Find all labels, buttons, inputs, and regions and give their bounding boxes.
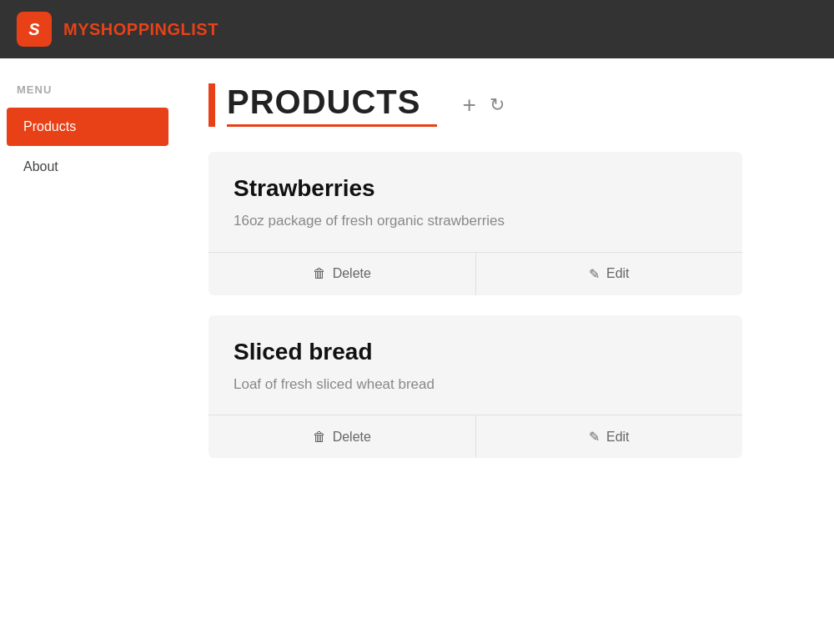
header-actions: + ↻ bbox=[462, 93, 504, 117]
delete-label: Delete bbox=[333, 266, 371, 281]
title-my: MY bbox=[63, 20, 89, 38]
product-card-actions: 🗑 Delete ✎ Edit bbox=[208, 415, 742, 458]
product-card: Sliced bread Loaf of fresh sliced wheat … bbox=[208, 315, 742, 459]
product-card: Strawberries 16oz package of fresh organ… bbox=[208, 152, 742, 295]
page-title-wrapper: PRODUCTS bbox=[208, 83, 437, 127]
delete-button[interactable]: 🗑 Delete bbox=[208, 253, 476, 295]
menu-label: MENU bbox=[0, 83, 175, 106]
title-list: LIST bbox=[181, 20, 219, 38]
product-card-body: Strawberries 16oz package of fresh organ… bbox=[208, 152, 742, 252]
product-description: 16oz package of fresh organic strawberri… bbox=[234, 210, 717, 232]
edit-icon: ✎ bbox=[589, 429, 600, 445]
sidebar-item-products[interactable]: Products bbox=[7, 108, 168, 146]
logo-icon: S bbox=[17, 12, 52, 47]
edit-button[interactable]: ✎ Edit bbox=[476, 415, 743, 458]
page-title: PRODUCTS bbox=[227, 83, 437, 127]
trash-icon: 🗑 bbox=[313, 266, 326, 281]
product-card-actions: 🗑 Delete ✎ Edit bbox=[208, 252, 742, 295]
app-title: MYSHOPPINGLIST bbox=[63, 20, 219, 39]
product-card-body: Sliced bread Loaf of fresh sliced wheat … bbox=[208, 315, 742, 415]
sidebar-item-about[interactable]: About bbox=[7, 148, 168, 186]
edit-button[interactable]: ✎ Edit bbox=[476, 253, 743, 295]
product-name: Sliced bread bbox=[234, 339, 717, 365]
app-header: S MYSHOPPINGLIST bbox=[0, 0, 834, 58]
page-header: PRODUCTS + ↻ bbox=[208, 83, 801, 127]
main-content: PRODUCTS + ↻ Strawberries 16oz package o… bbox=[175, 58, 834, 644]
add-product-button[interactable]: + bbox=[462, 93, 475, 117]
sidebar: MENU Products About bbox=[0, 58, 175, 644]
product-name: Strawberries bbox=[234, 175, 717, 202]
edit-label: Edit bbox=[606, 430, 630, 445]
title-shopping: SHOPPING bbox=[89, 20, 181, 38]
edit-icon: ✎ bbox=[589, 266, 600, 282]
product-description: Loaf of fresh sliced wheat bread bbox=[234, 374, 717, 395]
products-list: Strawberries 16oz package of fresh organ… bbox=[208, 152, 801, 458]
edit-label: Edit bbox=[606, 266, 630, 281]
refresh-button[interactable]: ↻ bbox=[490, 94, 505, 116]
page-title-bar bbox=[208, 83, 215, 127]
main-layout: MENU Products About PRODUCTS + ↻ Strawbe… bbox=[0, 58, 834, 644]
trash-icon: 🗑 bbox=[313, 430, 326, 445]
delete-button[interactable]: 🗑 Delete bbox=[208, 415, 476, 458]
delete-label: Delete bbox=[333, 430, 371, 445]
